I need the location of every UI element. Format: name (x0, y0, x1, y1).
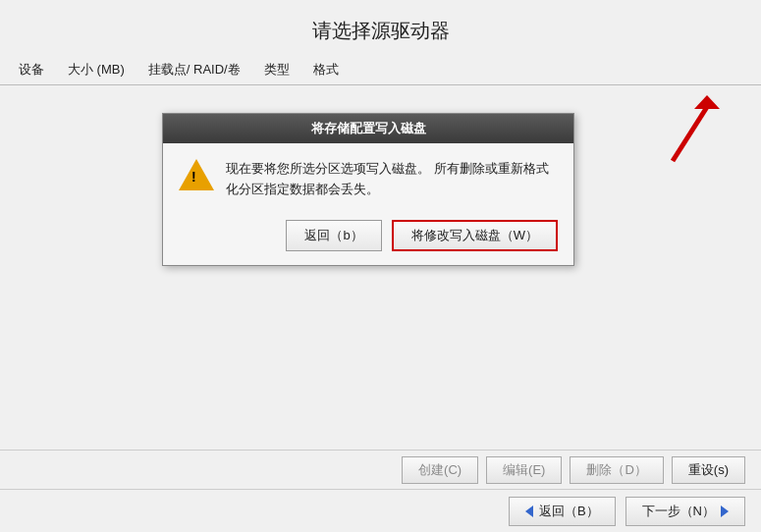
create-button[interactable]: 创建(C) (402, 456, 478, 484)
tab-device[interactable]: 设备 (8, 56, 55, 83)
back-button[interactable]: 返回（b） (286, 220, 381, 251)
svg-marker-1 (694, 95, 720, 109)
dialog-title: 将存储配置写入磁盘 (163, 114, 573, 143)
nav-next-button[interactable]: 下一步（N） (625, 497, 745, 526)
dialog: 将存储配置写入磁盘 现在要将您所选分区选项写入磁盘。 所有删除或重新格式化分区指… (162, 113, 574, 266)
edit-button[interactable]: 编辑(E) (486, 456, 562, 484)
nav-back-label: 返回（B） (539, 503, 599, 520)
bottom-toolbar: 创建(C) 编辑(E) 删除（D） 重设(s) (0, 450, 761, 489)
main-area: 将存储配置写入磁盘 现在要将您所选分区选项写入磁盘。 所有删除或重新格式化分区指… (0, 85, 761, 439)
back-arrow-icon (525, 505, 533, 517)
page-title: 请选择源驱动器 (0, 0, 761, 54)
nav-next-label: 下一步（N） (642, 503, 715, 520)
svg-line-0 (673, 107, 707, 161)
tab-bar: 设备 大小 (MB) 挂载点/ RAID/卷 类型 格式 (0, 54, 761, 85)
reset-button[interactable]: 重设(s) (672, 456, 745, 484)
dialog-buttons: 返回（b） 将修改写入磁盘（W） (163, 212, 573, 265)
warning-triangle (179, 159, 214, 190)
tab-format[interactable]: 格式 (302, 56, 350, 83)
dialog-body: 现在要将您所选分区选项写入磁盘。 所有删除或重新格式化分区指定数据都会丢失。 (163, 143, 573, 212)
nav-back-button[interactable]: 返回（B） (509, 497, 616, 526)
next-arrow-icon (721, 505, 729, 517)
tab-size[interactable]: 大小 (MB) (57, 56, 136, 83)
delete-button[interactable]: 删除（D） (570, 456, 663, 484)
tab-type[interactable]: 类型 (253, 56, 300, 83)
confirm-write-button[interactable]: 将修改写入磁盘（W） (392, 220, 558, 251)
red-arrow (653, 87, 732, 166)
warning-icon (179, 159, 214, 194)
bottom-nav: 返回（B） 下一步（N） (0, 489, 761, 532)
tab-mount[interactable]: 挂载点/ RAID/卷 (137, 56, 251, 83)
dialog-message: 现在要将您所选分区选项写入磁盘。 所有删除或重新格式化分区指定数据都会丢失。 (226, 159, 558, 200)
